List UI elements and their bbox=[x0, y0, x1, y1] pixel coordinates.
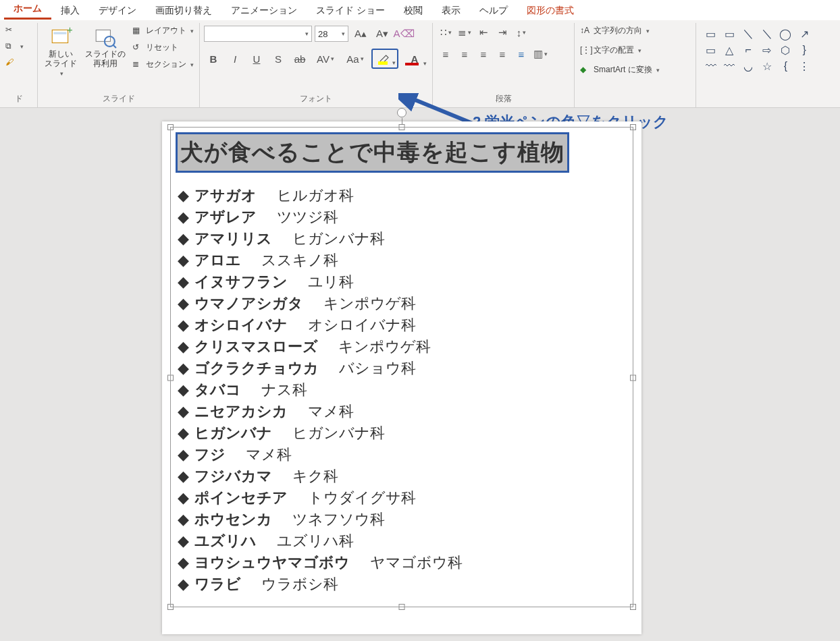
change-case-button[interactable]: Aa▾ bbox=[342, 49, 369, 68]
shape-arrow-icon[interactable]: ↗ bbox=[795, 26, 813, 41]
plant-name: アザレア bbox=[194, 207, 257, 227]
selected-title[interactable]: 犬が食べることで中毒を起こす植物 bbox=[178, 134, 567, 171]
font-color-button[interactable]: A ▾ bbox=[401, 49, 428, 68]
align-right-button[interactable]: ≡ bbox=[475, 46, 492, 62]
shadow-button[interactable]: S bbox=[269, 49, 288, 68]
shape-textbox-icon[interactable]: ▭ bbox=[702, 26, 720, 41]
tab-transitions[interactable]: 画面切り替え bbox=[146, 2, 221, 20]
line-spacing-button[interactable]: ↕▾ bbox=[513, 24, 530, 40]
bullet-icon: ◆ bbox=[178, 316, 189, 334]
cut-button[interactable]: ✂ bbox=[4, 24, 25, 36]
plant-family: オシロイバナ科 bbox=[308, 315, 416, 335]
bullets-button[interactable]: ∷▾ bbox=[437, 24, 454, 40]
list-item: ◆ワラビウラボシ科 bbox=[178, 574, 626, 594]
columns-button[interactable]: ▥▾ bbox=[531, 46, 549, 62]
align-center-button[interactable]: ≡ bbox=[456, 46, 473, 62]
shape-arc-icon[interactable]: ◡ bbox=[739, 59, 757, 74]
section-button[interactable]: ≣セクション▾ bbox=[131, 58, 195, 71]
distribute-icon: ≡ bbox=[519, 49, 525, 60]
plant-name: オシロイバナ bbox=[194, 315, 288, 335]
shape-curve-icon[interactable]: 〰 bbox=[702, 59, 720, 74]
slide-canvas[interactable]: 2.蛍光ペンの色▽をクリック 1.文字を選択 犬が食べることで中毒を起こす植物 … bbox=[0, 108, 840, 641]
format-painter-button[interactable]: 🖌 bbox=[4, 57, 25, 69]
title-text: 犬が食べることで中毒を起こす植物 bbox=[180, 139, 565, 165]
indent-inc-button[interactable]: ⇥ bbox=[494, 24, 511, 40]
distribute-button[interactable]: ≡ bbox=[513, 46, 530, 62]
rotation-handle[interactable] bbox=[397, 108, 406, 117]
layout-button[interactable]: ▦レイアウト▾ bbox=[131, 24, 195, 37]
slide[interactable]: 犬が食べることで中毒を起こす植物 ◆アサガオヒルガオ科◆アザレアツツジ科◆アマリ… bbox=[162, 121, 641, 634]
indent-dec-button[interactable]: ⇤ bbox=[475, 24, 492, 40]
strike-button[interactable]: ab bbox=[290, 49, 309, 68]
plant-family: キク科 bbox=[292, 466, 338, 486]
content-textbox[interactable]: 犬が食べることで中毒を起こす植物 ◆アサガオヒルガオ科◆アザレアツツジ科◆アマリ… bbox=[170, 127, 633, 607]
justify-button[interactable]: ≡ bbox=[494, 46, 511, 62]
bullet-icon: ◆ bbox=[178, 554, 189, 572]
numbering-button[interactable]: ≣▾ bbox=[456, 24, 473, 40]
shape-brace2-icon[interactable]: { bbox=[777, 59, 795, 74]
shape-curve2-icon[interactable]: 〰 bbox=[721, 59, 739, 74]
text-align-button[interactable]: [⋮]文字の配置▾ bbox=[579, 44, 661, 57]
shape-elbow-icon[interactable]: ⌐ bbox=[739, 43, 757, 57]
highlight-color-button[interactable]: ▾ bbox=[371, 49, 398, 69]
italic-button[interactable]: I bbox=[226, 49, 244, 68]
underline-button[interactable]: U bbox=[247, 49, 266, 68]
reuse-slides-button[interactable]: スライドの 再利用 bbox=[82, 24, 128, 70]
shape-brace-icon[interactable]: } bbox=[795, 43, 813, 57]
new-slide-button[interactable]: ＋ 新しい スライド ▾ bbox=[42, 24, 80, 78]
text-direction-button[interactable]: ↕A文字列の方向▾ bbox=[579, 24, 661, 37]
bold-button[interactable]: B bbox=[204, 49, 223, 68]
reset-button[interactable]: ↺リセット bbox=[131, 41, 195, 54]
tab-shape-format[interactable]: 図形の書式 bbox=[517, 2, 583, 20]
plant-name: タバコ bbox=[194, 380, 241, 400]
tab-design[interactable]: デザイン bbox=[89, 2, 146, 20]
tab-animations[interactable]: アニメーション bbox=[221, 2, 307, 20]
plant-name: ヨウシュウヤマゴボウ bbox=[194, 553, 350, 573]
paintbrush-icon: 🖌 bbox=[5, 57, 16, 68]
align-left-icon: ≡ bbox=[443, 49, 449, 60]
shape-rect-icon[interactable]: ▭ bbox=[702, 43, 720, 57]
list-item: ◆イヌサフランユリ科 bbox=[178, 272, 626, 292]
plant-family: キンポウゲ科 bbox=[323, 294, 416, 314]
char-spacing-button[interactable]: AV▾ bbox=[312, 49, 339, 68]
plant-name: ヒガンバナ bbox=[194, 423, 272, 443]
shape-triangle-icon[interactable]: △ bbox=[721, 43, 739, 57]
tab-home[interactable]: ホーム bbox=[4, 0, 51, 20]
copy-button[interactable]: ⧉▾ bbox=[4, 40, 25, 53]
smartart-button[interactable]: ◆SmartArt に変換▾ bbox=[579, 63, 661, 76]
tab-insert[interactable]: 挿入 bbox=[51, 2, 89, 20]
plant-name: ワラビ bbox=[194, 574, 241, 594]
strike-icon: ab bbox=[294, 53, 306, 65]
align-right-icon: ≡ bbox=[481, 49, 487, 60]
shape-textbox2-icon[interactable]: ▭ bbox=[721, 26, 739, 41]
ribbon: ✂ ⧉▾ 🖌 ド ＋ 新しい スライド ▾ スライドの 再利用 bbox=[0, 20, 840, 108]
tab-view[interactable]: 表示 bbox=[432, 2, 470, 20]
tab-slideshow[interactable]: スライド ショー bbox=[307, 2, 394, 20]
layout-icon: ▦ bbox=[132, 26, 143, 36]
list-item: ◆クリスマスローズキンポウゲ科 bbox=[178, 337, 626, 357]
tab-help[interactable]: ヘルプ bbox=[470, 2, 517, 20]
shape-line2-icon[interactable]: ＼ bbox=[758, 26, 776, 41]
plant-name: イヌサフラン bbox=[194, 272, 288, 292]
font-name-combo[interactable]: ▾ bbox=[204, 26, 312, 42]
shapes-gallery[interactable]: ▭ ▭ ＼ ＼ ◯ ↗ ▭ △ ⌐ ⇨ ⬡ } 〰 〰 ◡ ☆ { ⋮ bbox=[700, 24, 815, 73]
shape-hex-icon[interactable]: ⬡ bbox=[777, 43, 795, 57]
tab-review[interactable]: 校閲 bbox=[394, 2, 432, 20]
shape-arrowr-icon[interactable]: ⇨ bbox=[758, 43, 776, 57]
plant-name: アマリリス bbox=[194, 229, 272, 249]
justify-icon: ≡ bbox=[500, 49, 506, 60]
align-left-button[interactable]: ≡ bbox=[437, 46, 454, 62]
shape-oval-icon[interactable]: ◯ bbox=[777, 26, 795, 41]
font-size-combo[interactable]: 28▾ bbox=[315, 26, 348, 42]
bullet-icon: ◆ bbox=[178, 576, 189, 593]
text-direction-icon: ↕A bbox=[580, 26, 591, 36]
clear-format-button[interactable]: A⌫ bbox=[394, 24, 413, 43]
shape-more-icon[interactable]: ⋮ bbox=[795, 59, 813, 74]
list-item: ◆タバコナス科 bbox=[178, 380, 626, 400]
list-item: ◆ニセアカシカマメ科 bbox=[178, 401, 626, 422]
line-spacing-icon: ↕ bbox=[517, 27, 522, 38]
shape-callout-icon[interactable]: ☆ bbox=[758, 59, 776, 74]
shrink-font-button[interactable]: A▾ bbox=[373, 24, 392, 43]
grow-font-button[interactable]: A▴ bbox=[351, 24, 370, 43]
shape-line-icon[interactable]: ＼ bbox=[739, 26, 757, 41]
